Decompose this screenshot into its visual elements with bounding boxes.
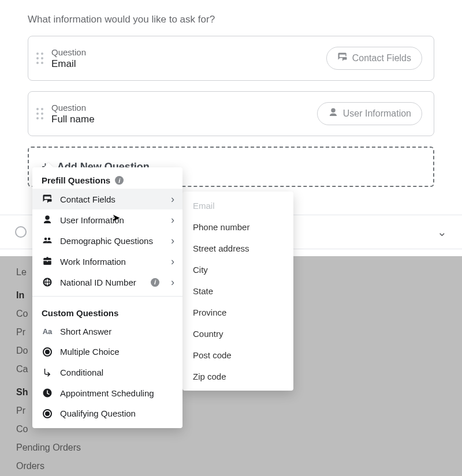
drag-handle-icon[interactable] (36, 108, 43, 119)
menu-item-label: Short Answer (60, 327, 174, 336)
form-builder: What information would you like to ask f… (0, 0, 462, 187)
chip-label: Contact Fields (352, 53, 411, 63)
chip-contact-fields[interactable]: Contact Fields (326, 47, 422, 70)
chevron-right-icon: › (171, 215, 174, 225)
branch-icon (42, 367, 53, 377)
menu-section-title-text: Custom Questions (42, 308, 118, 318)
menu-item-label: National ID Number (60, 278, 144, 287)
menu-item-multiple-choice[interactable]: Multiple Choice (32, 342, 182, 362)
contact-fields-submenu: Email Phone number Street address City S… (182, 192, 293, 391)
submenu-item-zipcode[interactable]: Zip code (182, 366, 293, 387)
submenu-item-city[interactable]: City (182, 259, 293, 280)
menu-item-label: Appointment Scheduling (60, 388, 174, 398)
chat-icon (42, 194, 53, 204)
radio-icon (15, 226, 27, 238)
submenu-item-state[interactable]: State (182, 280, 293, 302)
question-label: Question (51, 103, 309, 113)
submenu-item-country[interactable]: Country (182, 323, 293, 344)
user-icon (328, 107, 338, 120)
submenu-item-street[interactable]: Street address (182, 238, 293, 259)
drag-handle-icon[interactable] (36, 53, 43, 64)
menu-section-custom: Custom Questions (32, 300, 182, 321)
bg-text: Pending Orders (16, 438, 81, 457)
question-card-fullname[interactable]: Question Full name User Information (28, 91, 434, 136)
chip-label: User Information (343, 108, 411, 119)
chevron-right-icon: › (171, 194, 174, 204)
briefcase-icon (42, 256, 53, 267)
chip-user-info[interactable]: User Information (317, 102, 422, 125)
menu-item-short-answer[interactable]: Aa Short Answer (32, 321, 182, 342)
menu-item-contact-fields[interactable]: Contact Fields › (32, 189, 182, 209)
menu-item-demographic[interactable]: Demographic Questions › (32, 230, 182, 251)
chevron-right-icon: › (171, 235, 174, 246)
menu-section-prefill: Prefill Questions i (32, 167, 182, 189)
radio-icon (42, 347, 53, 357)
question-value: Full name (51, 114, 309, 125)
text-icon: Aa (42, 327, 53, 336)
menu-item-appointment[interactable]: Appointment Scheduling (32, 383, 182, 403)
submenu-item-email[interactable]: Email (182, 195, 293, 216)
info-icon[interactable]: i (151, 278, 159, 287)
question-value: Email (51, 58, 318, 70)
chevron-down-icon: ⌄ (437, 225, 447, 239)
section-heading: What information would you like to ask f… (28, 14, 434, 25)
menu-item-national-id[interactable]: National ID Number i › (32, 272, 182, 293)
menu-item-label: Multiple Choice (60, 347, 174, 357)
submenu-item-province[interactable]: Province (182, 302, 293, 323)
menu-item-label: Conditional (60, 368, 174, 377)
chevron-right-icon: › (171, 256, 174, 267)
bg-text: Orders (16, 457, 81, 475)
question-label: Question (51, 47, 318, 57)
clock-icon (42, 388, 53, 398)
menu-item-label: Demographic Questions (60, 236, 164, 246)
menu-item-work-info[interactable]: Work Information › (32, 251, 182, 272)
question-body: Question Email (51, 47, 318, 70)
question-card-email[interactable]: Question Email Contact Fields (28, 36, 434, 81)
user-icon (42, 215, 53, 225)
group-icon (42, 235, 53, 246)
menu-divider (32, 296, 182, 297)
menu-item-conditional[interactable]: Conditional (32, 362, 182, 383)
globe-icon (42, 277, 53, 287)
submenu-item-postcode[interactable]: Post code (182, 344, 293, 366)
question-type-menu: Prefill Questions i Contact Fields › Use… (32, 167, 182, 428)
submenu-item-phone[interactable]: Phone number (182, 216, 293, 238)
menu-item-label: User Information (60, 215, 164, 225)
radio-icon (42, 409, 53, 418)
chevron-right-icon: › (171, 277, 174, 287)
menu-item-label: Contact Fields (60, 194, 164, 204)
menu-item-label: Qualifying Question (60, 408, 174, 418)
info-icon[interactable]: i (115, 176, 124, 185)
menu-item-qualifying[interactable]: Qualifying Question (32, 403, 182, 423)
menu-item-user-info[interactable]: User Information › (32, 209, 182, 230)
question-body: Question Full name (51, 103, 309, 125)
menu-item-label: Work Information (60, 257, 164, 267)
menu-section-title-text: Prefill Questions (42, 175, 110, 185)
chat-icon (337, 52, 348, 65)
